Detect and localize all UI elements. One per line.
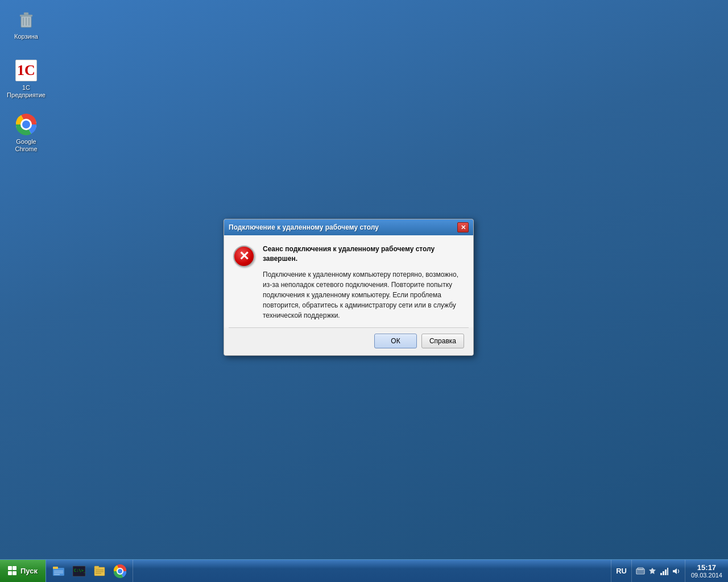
taskbar-icon-explorer[interactable] <box>49 562 68 580</box>
tray-icon-volume[interactable] <box>671 566 681 576</box>
svg-rect-17 <box>94 566 99 568</box>
chrome-icon <box>15 113 38 136</box>
svg-rect-27 <box>660 573 662 575</box>
taskbar-right-area: RU <box>611 560 728 582</box>
start-button[interactable]: Пуск <box>0 560 46 582</box>
system-tray <box>631 560 685 582</box>
svg-rect-11 <box>54 571 63 572</box>
dialog-title: Подключение к удаленному рабочему столу <box>229 223 379 231</box>
clock-date: 09.03.2014 <box>691 572 722 579</box>
dialog-titlebar: Подключение к удаленному рабочему столу … <box>224 219 473 235</box>
desktop-icon-1c[interactable]: 1С 1С Предприятие <box>6 57 47 101</box>
tray-icon-3[interactable] <box>659 566 669 576</box>
taskbar-icon-cmd[interactable]: C:\>_ <box>70 562 88 580</box>
recycle-bin-icon <box>15 8 38 31</box>
svg-point-8 <box>22 120 30 128</box>
recycle-bin-label: Корзина <box>14 33 38 40</box>
svg-rect-1 <box>20 15 32 16</box>
svg-point-23 <box>118 569 122 573</box>
help-button[interactable]: Справка <box>421 334 464 348</box>
error-icon: ✕ <box>233 246 255 267</box>
svg-rect-30 <box>667 568 668 575</box>
svg-rect-20 <box>96 573 101 574</box>
dialog-close-button[interactable]: ✕ <box>457 222 469 232</box>
svg-rect-29 <box>665 569 667 575</box>
taskbar-icon-files[interactable] <box>90 562 109 580</box>
desktop: Корзина 1С 1С Предприятие <box>0 0 728 559</box>
chrome-label: Google Chrome <box>15 138 37 153</box>
svg-text:C:\>_: C:\>_ <box>74 568 86 573</box>
start-button-label: Пуск <box>20 567 38 575</box>
tray-icon-1[interactable] <box>635 566 646 576</box>
svg-rect-19 <box>96 571 104 572</box>
taskbar-clock[interactable]: 15:17 09.03.2014 <box>685 560 728 582</box>
windows-logo-icon <box>8 566 18 576</box>
dialog-main-message: Сеанс подключения к удаленному рабочему … <box>263 244 464 264</box>
ok-button[interactable]: ОК <box>374 334 417 348</box>
svg-rect-2 <box>24 13 28 15</box>
taskbar-quick-launch: C:\>_ <box>46 560 133 582</box>
desktop-icon-recycle-bin[interactable]: Корзина <box>6 6 47 43</box>
onec-icon: 1С <box>15 59 38 82</box>
taskbar: Пуск C:\>_ <box>0 559 728 582</box>
dialog-body: ✕ Сеанс подключения к удаленному рабочем… <box>224 235 473 327</box>
tray-icon-2[interactable] <box>647 566 657 576</box>
dialog-text-area: Сеанс подключения к удаленному рабочему … <box>263 244 464 321</box>
onec-label: 1С Предприятие <box>7 84 46 99</box>
dialog-icon-area: ✕ <box>233 244 255 321</box>
svg-rect-13 <box>54 574 60 575</box>
svg-rect-10 <box>53 567 58 569</box>
svg-rect-26 <box>637 569 644 573</box>
svg-rect-12 <box>54 572 63 573</box>
desktop-icon-chrome[interactable]: Google Chrome <box>6 111 47 155</box>
svg-rect-28 <box>663 571 664 575</box>
svg-rect-18 <box>96 569 104 571</box>
language-indicator[interactable]: RU <box>611 560 631 582</box>
taskbar-icon-chrome[interactable] <box>111 562 129 580</box>
dialog-footer: ОК Справка <box>224 328 473 355</box>
remote-desktop-dialog: Подключение к удаленному рабочему столу … <box>224 219 474 356</box>
clock-time: 15:17 <box>697 563 716 572</box>
dialog-detail-message: Подключение к удаленному компьютеру поте… <box>263 269 464 321</box>
